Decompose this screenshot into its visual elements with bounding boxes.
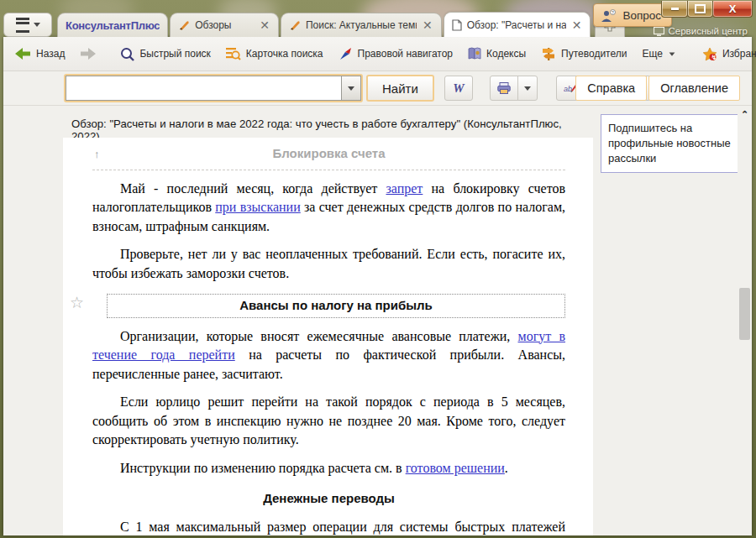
bookmark-star-icon[interactable]: ☆ — [70, 293, 84, 312]
guides-label: Путеводители — [561, 48, 627, 60]
forward-button[interactable] — [72, 37, 104, 71]
back-arrow-icon — [14, 47, 31, 60]
printer-icon — [497, 82, 511, 94]
guides-button[interactable]: Путеводители — [533, 37, 634, 71]
back-label: Назад — [36, 48, 65, 60]
content-area: Обзор: "Расчеты и налоги в мае 2022 года… — [3, 106, 752, 535]
print-group — [490, 76, 538, 101]
up-arrow-icon[interactable]: ↑ — [94, 145, 100, 165]
document-page: ↑Блокировка счетаМай - последний месяц, … — [63, 138, 593, 535]
tab-label: КонсультантПлюс — [66, 19, 160, 32]
maximize-button[interactable] — [687, 1, 713, 18]
chevron-down-icon — [34, 23, 40, 27]
help-button[interactable]: Справка — [575, 76, 647, 101]
legal-navigator-button[interactable]: Правовой навигатор — [331, 37, 460, 71]
chevron-down-icon — [524, 86, 531, 91]
service-center-icon — [654, 27, 664, 36]
print-dropdown-button[interactable] — [517, 76, 538, 101]
quill-icon — [178, 20, 190, 31]
close-icon[interactable]: ✕ — [571, 19, 583, 31]
search-row: Найти W ab — [3, 71, 752, 106]
section-heading-selected[interactable]: Авансы по налогу на прибыль — [107, 294, 565, 318]
svg-text:ab: ab — [564, 85, 572, 93]
find-button[interactable]: Найти — [366, 75, 434, 102]
document-link[interactable]: при взыскании — [215, 200, 300, 214]
close-button[interactable]: X — [712, 1, 753, 18]
scrollbar-thumb[interactable] — [739, 288, 750, 340]
favorites-button[interactable]: ↯ Избранное — [695, 37, 756, 71]
search-dropdown-button[interactable] — [341, 76, 361, 101]
print-button[interactable] — [490, 76, 518, 101]
document-link[interactable]: запрет — [386, 181, 423, 196]
minimize-icon — [671, 8, 679, 10]
person-question-icon: ? — [601, 9, 617, 22]
tab-bar: КонсультантПлюс Обзоры ✕ Поиск: Актуальн… — [3, 12, 625, 37]
chevron-down-icon — [348, 86, 354, 91]
favorites-label: Избранное — [722, 48, 756, 60]
app-window: Назад Быстрый поиск Карточка поиска — [3, 37, 752, 535]
section-heading: Денежные переводы — [92, 489, 565, 509]
main-menu-button[interactable] — [3, 13, 52, 37]
search-card-button[interactable]: Карточка поиска — [218, 37, 331, 71]
tab-label: Поиск: Актуальные темы — [306, 19, 417, 31]
search-combo — [64, 74, 363, 102]
tab-search-topics[interactable]: Поиск: Актуальные темы ✕ — [281, 13, 442, 37]
document-icon — [452, 19, 462, 31]
paragraph: Проверьте, нет ли у вас неоплаченных тре… — [92, 245, 565, 283]
navigator-icon — [339, 47, 353, 61]
tab-label: Обзор: "Расчеты и налоги в — [467, 19, 566, 31]
tab-home[interactable]: КонсультантПлюс — [57, 13, 168, 37]
quick-search-button[interactable]: Быстрый поиск — [113, 37, 218, 71]
tab-review-document[interactable]: Обзор: "Расчеты и налоги в ✕ — [444, 12, 591, 37]
minimize-button[interactable] — [661, 1, 688, 18]
question-label: Вопрос — [622, 9, 661, 22]
section-heading-inactive: ↑Блокировка счета — [92, 144, 565, 170]
vertical-scrollbar[interactable]: ⌃ — [738, 106, 752, 535]
export-word-button[interactable]: W — [444, 76, 473, 101]
doc-header-buttons: Справка Оглавление — [575, 76, 740, 101]
service-center-link[interactable]: Сервисный центр — [654, 26, 748, 36]
paragraph: Организации, которые вносят ежемесячные … — [92, 327, 565, 384]
chevron-down-icon — [669, 52, 675, 55]
document-link[interactable]: готовом решении — [406, 461, 505, 475]
word-icon: W — [453, 81, 464, 96]
legal-navigator-label: Правовой навигатор — [358, 48, 453, 60]
search-input[interactable] — [66, 76, 341, 101]
more-button[interactable]: Еще — [634, 37, 682, 71]
tab-reviews[interactable]: Обзоры ✕ — [170, 13, 279, 37]
service-center-label: Сервисный центр — [669, 26, 748, 36]
close-icon[interactable]: ✕ — [259, 19, 270, 31]
paragraph: Май - последний месяц, когда действует з… — [92, 180, 565, 237]
paragraph: С 1 мая максимальный размер операции для… — [92, 518, 565, 536]
svg-text:↯: ↯ — [711, 53, 717, 60]
close-icon[interactable]: ✕ — [422, 19, 433, 31]
subscribe-banner[interactable]: Подпишитесь на профильные новостные расс… — [601, 114, 740, 173]
quill-icon — [289, 20, 301, 31]
codes-label: Кодексы — [486, 48, 526, 60]
hamburger-icon — [16, 18, 29, 33]
search-card-icon — [226, 47, 241, 60]
back-button[interactable]: Назад — [7, 37, 72, 71]
forward-arrow-icon — [80, 47, 97, 60]
search-card-label: Карточка поиска — [246, 48, 323, 60]
close-icon: X — [729, 3, 737, 15]
main-toolbar: Назад Быстрый поиск Карточка поиска — [3, 37, 752, 71]
paragraph: Если юрлицо решит перейти на такой поряд… — [92, 393, 565, 450]
signpost-icon — [541, 47, 556, 60]
paragraph: Инструкции по изменению порядка расчета … — [92, 459, 565, 478]
question-button[interactable]: ? Вопрос — [593, 3, 672, 27]
window-controls: X — [662, 1, 753, 18]
svg-text:?: ? — [612, 10, 614, 15]
maximize-icon — [695, 4, 706, 13]
codes-button[interactable]: Кодексы — [460, 37, 533, 71]
more-label: Еще — [642, 48, 662, 60]
toc-button[interactable]: Оглавление — [648, 76, 740, 101]
quick-search-label: Быстрый поиск — [139, 48, 210, 60]
section-heading-wrap: ☆Авансы по налогу на прибыль — [92, 294, 565, 318]
scroll-up-icon[interactable]: ⌃ — [739, 109, 750, 120]
book-icon — [468, 47, 481, 60]
export-word-group: W — [444, 76, 473, 101]
search-icon — [120, 47, 134, 61]
document-body: ↑Блокировка счетаМай - последний месяц, … — [63, 138, 593, 535]
document-link[interactable]: могут в течение года перейти — [92, 329, 565, 363]
